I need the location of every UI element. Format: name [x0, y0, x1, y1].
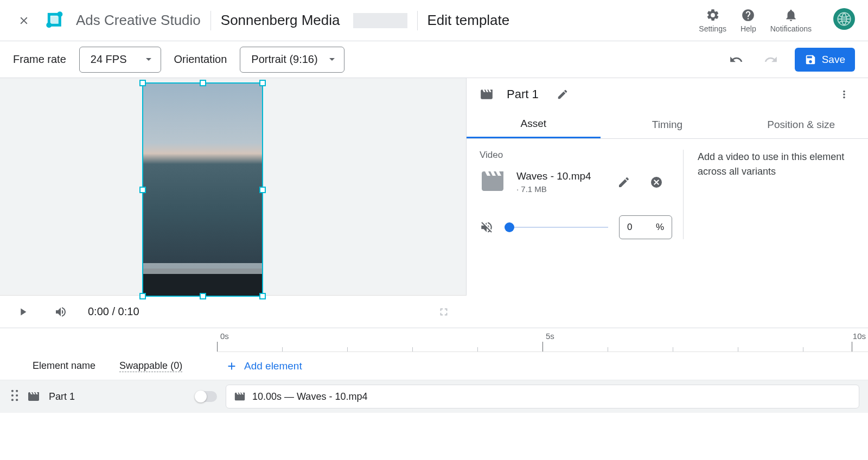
- timeline: 0s 5s 10s Element name Swappable (0) Add…: [0, 328, 868, 413]
- side-panel: Part 1 Asset Timing Position & size Vide…: [467, 78, 868, 328]
- playback-time: 0:00 / 0:10: [88, 305, 139, 318]
- video-preview: [143, 84, 262, 296]
- help-button[interactable]: Help: [741, 8, 756, 33]
- more-vert-icon: [838, 88, 850, 100]
- swappable-toggle[interactable]: [195, 391, 217, 402]
- top-header: Ads Creative Studio Sonnenberg Media Edi…: [0, 0, 868, 41]
- volume-icon: [54, 305, 67, 318]
- volume-button[interactable]: [50, 301, 72, 323]
- plus-icon: [226, 360, 238, 372]
- save-button[interactable]: Save: [795, 48, 855, 72]
- resize-handle[interactable]: [259, 187, 266, 193]
- breadcrumb: Edit template: [427, 12, 510, 29]
- svg-point-5: [16, 390, 18, 392]
- element-name-header: Element name: [33, 360, 95, 372]
- orientation-label: Orientation: [174, 53, 227, 66]
- section-title: Video: [480, 150, 672, 161]
- slider-knob[interactable]: [505, 222, 514, 232]
- settings-button[interactable]: Settings: [699, 8, 726, 33]
- track-row: Part 1 10.00s — Waves - 10.mp4: [0, 380, 868, 413]
- divider: [210, 11, 211, 30]
- clapperboard-icon: [480, 87, 494, 101]
- svg-point-4: [11, 390, 14, 392]
- app-title: Ads Creative Studio: [76, 12, 201, 29]
- tab-timing[interactable]: Timing: [601, 111, 735, 138]
- help-icon: [741, 8, 755, 22]
- resize-handle[interactable]: [139, 187, 146, 193]
- gear-icon: [706, 8, 720, 22]
- volume-input[interactable]: 0 %: [619, 215, 672, 239]
- undo-button[interactable]: [725, 49, 747, 71]
- resize-handle[interactable]: [200, 293, 206, 299]
- drag-handle[interactable]: [11, 389, 18, 404]
- chevron-down-icon: [145, 58, 152, 62]
- globe-icon: [837, 11, 852, 27]
- asset-filesize: · 7.1 MB: [516, 184, 591, 194]
- resize-handle[interactable]: [259, 80, 266, 86]
- svg-point-6: [11, 394, 14, 397]
- svg-point-7: [16, 394, 18, 397]
- part-title: Part 1: [507, 87, 539, 101]
- drag-icon: [11, 389, 18, 401]
- clapperboard-icon: [480, 171, 506, 194]
- fullscreen-button[interactable]: [433, 301, 455, 323]
- redo-icon: [764, 53, 778, 67]
- chevron-down-icon: [329, 58, 335, 62]
- tab-position[interactable]: Position & size: [734, 111, 868, 138]
- playback-bar: 0:00 / 0:10: [0, 295, 467, 328]
- swappable-header[interactable]: Swappable (0): [119, 360, 182, 372]
- cancel-circle-icon: [650, 176, 663, 189]
- pencil-icon: [557, 88, 569, 100]
- asset-hint: Add a video to use in this element acros…: [698, 150, 855, 239]
- remove-asset-button[interactable]: [646, 171, 667, 193]
- fullscreen-icon: [438, 306, 450, 318]
- clapperboard-icon: [27, 390, 40, 403]
- resize-handle[interactable]: [200, 80, 206, 86]
- play-button[interactable]: [12, 301, 34, 323]
- resize-handle[interactable]: [259, 293, 266, 299]
- toolbar: Frame rate 24 FPS Orientation Portrait (…: [0, 41, 868, 78]
- timeline-clip[interactable]: 10.00s — Waves - 10.mp4: [226, 385, 859, 408]
- volume-slider[interactable]: [505, 227, 608, 228]
- track-name: Part 1: [49, 391, 75, 403]
- timeline-ruler[interactable]: 0s 5s 10s: [217, 328, 868, 352]
- user-avatar[interactable]: [833, 8, 855, 30]
- asset-filename: Waves - 10.mp4: [516, 170, 591, 182]
- undo-icon: [729, 53, 743, 67]
- divider: [417, 11, 418, 30]
- pencil-icon: [617, 176, 630, 189]
- more-button[interactable]: [833, 84, 855, 105]
- svg-point-8: [11, 399, 14, 401]
- play-icon: [17, 306, 29, 318]
- svg-point-2: [46, 22, 52, 28]
- svg-point-1: [57, 11, 62, 17]
- resize-handle[interactable]: [139, 80, 146, 86]
- frame-rate-label: Frame rate: [13, 53, 66, 66]
- redacted-block: [353, 13, 407, 28]
- add-element-button[interactable]: Add element: [217, 360, 302, 372]
- workspace-name[interactable]: Sonnenberg Media: [221, 12, 340, 29]
- edit-asset-button[interactable]: [613, 171, 635, 193]
- tab-asset[interactable]: Asset: [467, 111, 601, 138]
- resize-handle[interactable]: [139, 293, 146, 299]
- canvas-area[interactable]: [0, 78, 467, 295]
- tabs: Asset Timing Position & size: [467, 111, 868, 139]
- bell-icon: [784, 8, 798, 22]
- volume-muted-icon: [480, 220, 494, 234]
- edit-part-button[interactable]: [552, 84, 573, 105]
- save-icon: [805, 54, 816, 66]
- orientation-select[interactable]: Portrait (9:16): [240, 47, 344, 73]
- close-button[interactable]: [13, 10, 35, 31]
- clapperboard-icon: [234, 391, 246, 403]
- redo-button[interactable]: [760, 49, 782, 71]
- notifications-button[interactable]: Notifications: [770, 8, 812, 33]
- app-logo-icon: [44, 10, 66, 31]
- svg-point-9: [16, 399, 18, 401]
- close-icon: [18, 15, 30, 27]
- frame-rate-select[interactable]: 24 FPS: [79, 47, 161, 73]
- canvas-frame[interactable]: [142, 82, 263, 297]
